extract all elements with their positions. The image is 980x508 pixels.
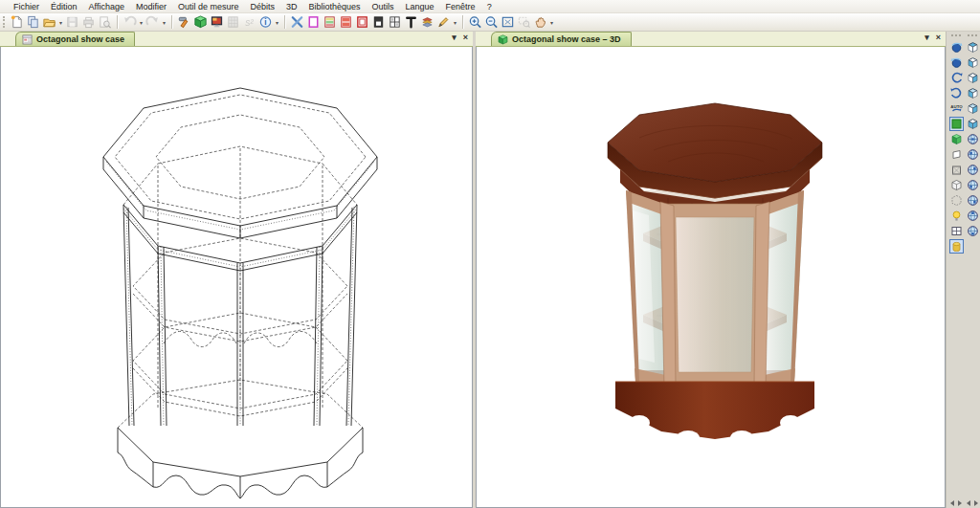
view-wireframe-icon[interactable] [949,163,964,177]
menubar: Fichier Édition Affichage Modifier Outil… [0,0,980,13]
window-red-icon[interactable] [354,14,370,31]
view-flat-icon[interactable] [949,117,964,131]
zoom-fit-icon[interactable] [500,14,516,31]
info-caret-icon[interactable]: ▾ [274,19,280,26]
undo-icon[interactable] [122,14,138,31]
frame-outline-icon[interactable] [305,14,322,31]
tab-label: Octagonal show case – 3D [512,34,621,44]
pencil-icon[interactable] [435,14,452,31]
auto-rotate-icon[interactable]: AUTO [949,101,964,116]
sidebar-pager [947,497,965,508]
copy-project-icon[interactable] [25,14,41,31]
sidebar-grip [968,34,977,38]
properties-hammer-icon[interactable] [176,14,192,31]
lighting-icon[interactable] [949,209,964,223]
iso-view-5-icon[interactable] [966,193,980,208]
panel-multicolor-icon[interactable] [322,14,338,31]
zoom-in-icon[interactable] [467,14,483,31]
iso-view-1-icon[interactable] [966,132,980,146]
tab-close-button-right[interactable]: × [936,33,941,42]
sidebar-pager [964,497,980,508]
orbit-right-icon[interactable] [949,55,964,70]
face-front-icon[interactable] [966,55,980,70]
panel-red-icon[interactable] [338,14,354,31]
pan-caret-icon[interactable]: ▾ [548,19,555,26]
open-caret-icon[interactable]: ▾ [57,19,64,26]
face-back-icon[interactable] [966,101,980,116]
layers-icon[interactable] [419,14,435,31]
cube-3d-icon[interactable] [192,14,209,31]
pan-hand-icon[interactable] [532,14,548,31]
menu-outil-de-mesure[interactable]: Outil de mesure [172,1,245,12]
redo-caret-icon[interactable]: ▾ [161,19,167,26]
menu-outils[interactable]: Outils [367,1,400,12]
multi-view-icon[interactable] [949,224,964,238]
iso-view-7-icon[interactable] [966,224,980,238]
iso-view-6-icon[interactable] [966,209,980,223]
iso-view-2-icon[interactable] [966,147,980,162]
toolbar-separator [462,15,463,29]
menu-help[interactable]: ? [481,1,498,12]
window-grid-icon[interactable] [387,14,403,31]
menu-3d[interactable]: 3D [280,1,303,12]
orbit-left-icon[interactable] [949,40,964,55]
rotate-ccw-icon[interactable] [949,86,964,100]
menu-debits[interactable]: Débits [244,1,280,12]
pencil-caret-icon[interactable]: ▾ [452,19,458,26]
menu-fenetre[interactable]: Fenêtre [440,1,481,12]
scroll-left-icon[interactable] [947,500,954,506]
sidebar-column-display: AUTO [948,33,964,508]
info-icon[interactable]: i [257,14,274,31]
tab-octagonal-show-case-3d[interactable]: Octagonal show case – 3D [491,32,632,46]
menu-fichier[interactable]: Fichier [8,1,45,12]
view-ghost-icon[interactable] [949,193,964,208]
render-3d-canvas[interactable] [476,47,946,508]
face-top-icon[interactable] [966,40,980,55]
print-icon[interactable] [80,14,97,31]
workspace: Octagonal show case ▾ × [0,32,980,508]
wireframe-canvas[interactable] [0,47,473,508]
view-board-icon[interactable] [949,147,964,162]
face-bottom-icon[interactable] [966,117,980,131]
render-monitor-icon[interactable] [209,14,225,31]
window-dark-icon[interactable] [370,14,387,31]
svg-text:s²: s² [245,17,254,28]
tab-menu-button-left[interactable]: ▾ [452,33,457,42]
iso-view-3-icon[interactable] [966,163,980,177]
print-preview-icon[interactable] [97,14,113,31]
zoom-window-icon[interactable] [516,14,532,31]
redo-icon[interactable] [145,14,161,31]
tab-menu-button-right[interactable]: ▾ [924,33,929,42]
toolbar-separator [171,15,172,29]
tools-cross-icon[interactable] [289,14,305,31]
scroll-right-icon[interactable] [974,500,980,506]
menu-affichage[interactable]: Affichage [83,1,130,12]
zoom-out-icon[interactable] [483,14,500,31]
scroll-left-icon[interactable] [964,500,970,506]
surface-area-icon[interactable]: s² [241,14,257,31]
toolbar-separator [117,15,118,29]
view-3d-icon[interactable] [949,132,964,146]
tab-close-button-left[interactable]: × [463,33,468,42]
render-3d-drawing [477,47,945,506]
new-file-icon[interactable] [9,14,25,31]
rotate-cw-icon[interactable] [949,71,964,85]
open-folder-icon[interactable] [41,14,57,31]
menu-edition[interactable]: Édition [45,1,83,12]
iso-view-4-icon[interactable] [966,178,980,192]
tool-t-icon[interactable] [403,14,419,31]
menu-modifier[interactable]: Modifier [130,1,172,12]
face-right-icon[interactable] [966,71,980,85]
menu-bibliotheques[interactable]: Bibliothèques [303,1,367,12]
save-icon[interactable] [64,14,80,31]
view-solid-icon[interactable] [949,178,964,192]
panel-3d: Octagonal show case – 3D ▾ × [476,32,946,508]
cutting-list-icon[interactable] [225,14,241,31]
menu-langue[interactable]: Langue [400,1,440,12]
tab-octagonal-show-case[interactable]: Octagonal show case [15,32,135,46]
materials-icon[interactable] [949,239,964,254]
undo-caret-icon[interactable]: ▾ [138,19,145,26]
sidebar-grip [951,34,961,38]
face-left-icon[interactable] [966,86,980,100]
toolbar-separator [284,15,285,29]
